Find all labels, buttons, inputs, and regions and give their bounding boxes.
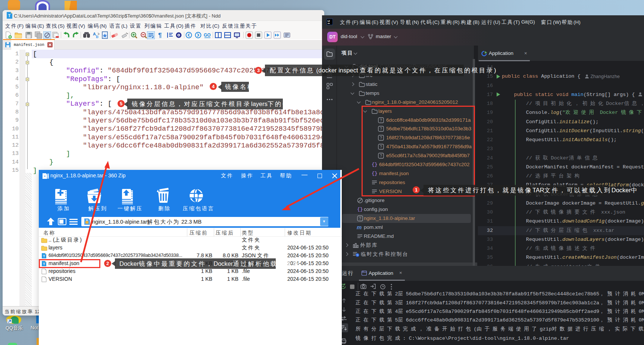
svg-text:A: A xyxy=(93,32,96,36)
svg-text:?: ? xyxy=(359,217,361,221)
svg-text:IJ: IJ xyxy=(328,20,330,22)
svg-text:T: T xyxy=(8,14,10,18)
svg-text:¶: ¶ xyxy=(158,32,162,39)
svg-text:GO: GO xyxy=(204,32,211,38)
svg-text:T: T xyxy=(43,254,45,258)
